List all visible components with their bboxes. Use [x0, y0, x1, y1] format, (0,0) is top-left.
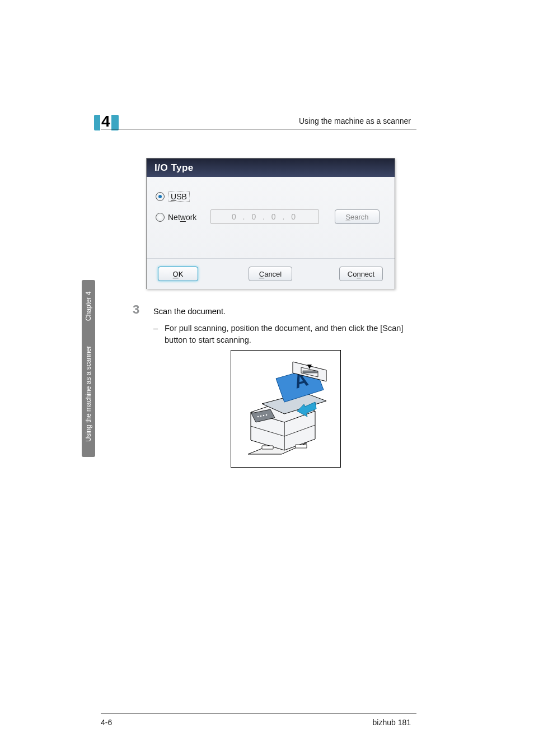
dialog-title: I/O Type: [147, 158, 395, 177]
ok-button[interactable]: OK: [158, 267, 198, 281]
cancel-button-label: Cancel: [259, 270, 282, 278]
dialog-body: USB Network 0 . 0 . 0 . 0 Search: [147, 177, 395, 258]
side-tab-chapter: Chapter 4: [82, 280, 95, 333]
svg-rect-6: [303, 371, 317, 373]
header-section-title: Using the machine as a scanner: [299, 116, 411, 125]
ip-address-field[interactable]: 0 . 0 . 0 . 0: [210, 209, 319, 224]
footer-product: bizhub 181: [372, 718, 411, 727]
svg-point-0: [257, 416, 259, 418]
step-3-bullet-text: For pull scanning, position the document…: [165, 324, 403, 344]
io-type-dialog: I/O Type USB Network 0 . 0 . 0 . 0 Searc…: [146, 158, 395, 289]
cancel-button[interactable]: Cancel: [249, 267, 292, 281]
footer-page-number: 4-6: [101, 718, 112, 727]
bullet-dash-icon: –: [153, 323, 158, 334]
chapter-badge: 4: [94, 115, 119, 130]
svg-point-2: [263, 415, 265, 417]
dialog-footer: OK Cancel Connect: [147, 258, 395, 289]
svg-point-3: [266, 414, 268, 416]
radio-network-label: Network: [168, 213, 196, 222]
step-3-bullet: – For pull scanning, position the docume…: [165, 323, 411, 346]
radio-indicator-icon: [156, 213, 165, 222]
chapter-number: 4: [100, 113, 111, 130]
footer-rule: [101, 713, 416, 713]
search-button-label: Search: [345, 213, 368, 221]
connect-button-label: Connect: [348, 270, 374, 278]
side-tab-section: Using the machine as a scanner: [82, 330, 95, 457]
scanner-illustration: A: [231, 350, 341, 468]
scanner-svg-icon: A: [231, 351, 340, 467]
header-rule: [101, 129, 416, 129]
document-page: 4 Using the machine as a scanner Chapter…: [0, 0, 534, 756]
step-3-text: Scan the document.: [153, 306, 411, 318]
radio-indicator-icon: [156, 192, 165, 201]
connect-button[interactable]: Connect: [339, 267, 383, 281]
radio-network[interactable]: Network: [156, 213, 196, 222]
step-number-3: 3: [133, 302, 139, 317]
svg-point-1: [260, 416, 262, 417]
radio-usb-label: USB: [168, 192, 190, 202]
ok-button-label: OK: [173, 270, 184, 278]
radio-usb[interactable]: USB: [156, 192, 190, 202]
search-button[interactable]: Search: [335, 209, 380, 224]
